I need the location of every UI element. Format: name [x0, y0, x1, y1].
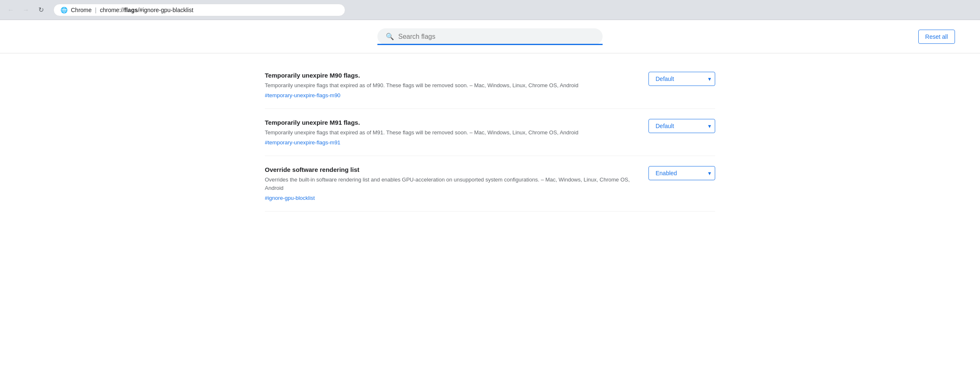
flag-description: Overrides the built-in software renderin…	[265, 176, 632, 193]
search-section: 🔍 Reset all	[0, 20, 980, 53]
search-icon: 🔍	[386, 33, 394, 40]
flag-title: Temporarily unexpire M91 flags.	[265, 119, 632, 126]
flag-control: Default Enabled Disabled ▾	[648, 119, 715, 133]
flag-control: Default Enabled Disabled ▾	[648, 72, 715, 86]
search-container: 🔍	[377, 28, 603, 45]
flag-content: Temporarily unexpire M90 flags. Temporar…	[265, 72, 632, 98]
url-text: chrome://flags/#ignore-gpu-blacklist	[100, 7, 193, 13]
flag-content: Temporarily unexpire M91 flags. Temporar…	[265, 119, 632, 146]
flag-title: Temporarily unexpire M90 flags.	[265, 72, 632, 79]
flag-item: Override software rendering list Overrid…	[265, 156, 715, 212]
flag-description: Temporarily unexpire flags that expired …	[265, 81, 632, 90]
url-suffix: /#ignore-gpu-blacklist	[138, 7, 193, 13]
search-input-wrapper[interactable]: 🔍	[377, 28, 603, 45]
flag-link[interactable]: #ignore-gpu-blocklist	[265, 195, 315, 201]
search-input[interactable]	[398, 33, 594, 40]
flag-control-open: Default Disabled Enabled ▾ true Disabled	[648, 166, 715, 181]
back-button[interactable]: ←	[5, 4, 17, 16]
site-name: Chrome	[71, 7, 92, 13]
forward-button[interactable]: →	[20, 4, 32, 16]
separator: |	[95, 7, 97, 13]
flag-link[interactable]: #temporary-unexpire-flags-m90	[265, 92, 340, 98]
flag-description: Temporarily unexpire flags that expired …	[265, 129, 632, 137]
globe-icon: 🌐	[60, 7, 68, 13]
flag-content: Override software rendering list Overrid…	[265, 166, 632, 202]
nav-buttons: ← → ↻	[5, 4, 47, 16]
flag-select[interactable]: Default Enabled Disabled	[648, 119, 715, 133]
address-bar[interactable]: 🌐 Chrome | chrome://flags/#ignore-gpu-bl…	[53, 4, 345, 16]
flag-link[interactable]: #temporary-unexpire-flags-m91	[265, 139, 340, 146]
page-content: 🔍 Reset all Temporarily unexpire M90 fla…	[0, 20, 980, 383]
url-bold: flags	[124, 7, 138, 13]
flags-list: Temporarily unexpire M90 flags. Temporar…	[240, 53, 740, 220]
select-wrapper: Default Enabled Disabled ▾	[648, 119, 715, 133]
reload-button[interactable]: ↻	[35, 4, 47, 16]
flag-select[interactable]: Default Disabled Enabled	[648, 166, 715, 180]
select-wrapper: Default Enabled Disabled ▾	[648, 72, 715, 86]
flag-title: Override software rendering list	[265, 166, 632, 173]
search-underline	[377, 44, 603, 45]
browser-chrome: ← → ↻ 🌐 Chrome | chrome://flags/#ignore-…	[0, 0, 980, 20]
reset-all-button[interactable]: Reset all	[918, 30, 955, 44]
flag-select[interactable]: Default Enabled Disabled	[648, 72, 715, 86]
flag-item: Temporarily unexpire M90 flags. Temporar…	[265, 62, 715, 109]
flag-item: Temporarily unexpire M91 flags. Temporar…	[265, 109, 715, 156]
select-wrapper: Default Disabled Enabled ▾ true Disabled	[648, 166, 715, 180]
url-prefix: chrome://	[100, 7, 124, 13]
